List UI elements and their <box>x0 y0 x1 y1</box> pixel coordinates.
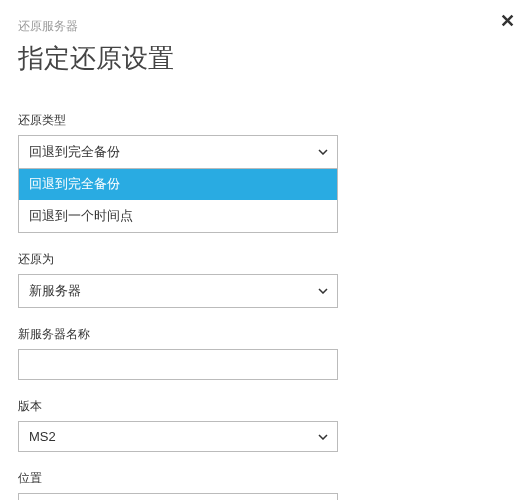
page-title: 指定还原设置 <box>18 41 511 76</box>
version-label: 版本 <box>18 398 511 415</box>
chevron-down-icon <box>318 288 328 294</box>
restore-type-value: 回退到完全备份 <box>29 143 120 161</box>
server-name-group: 新服务器名称 <box>18 326 511 380</box>
restore-type-option-full-backup[interactable]: 回退到完全备份 <box>19 168 337 200</box>
version-value: MS2 <box>29 429 56 444</box>
server-name-label: 新服务器名称 <box>18 326 511 343</box>
version-group: 版本 MS2 <box>18 398 511 452</box>
location-select[interactable]: 华北(北京) <box>18 493 338 500</box>
option-label: 回退到一个时间点 <box>29 208 133 223</box>
location-label: 位置 <box>18 470 511 487</box>
restore-type-option-point-in-time[interactable]: 回退到一个时间点 <box>19 200 337 232</box>
close-button[interactable]: ✕ <box>500 10 515 32</box>
restore-as-value: 新服务器 <box>29 282 81 300</box>
breadcrumb: 还原服务器 <box>18 18 511 35</box>
version-select[interactable]: MS2 <box>18 421 338 452</box>
option-label: 回退到完全备份 <box>29 176 120 191</box>
server-name-input[interactable] <box>18 349 338 380</box>
restore-type-label: 还原类型 <box>18 112 511 129</box>
restore-as-select[interactable]: 新服务器 <box>18 274 338 308</box>
restore-type-dropdown: 回退到完全备份 回退到一个时间点 <box>18 168 338 233</box>
close-icon: ✕ <box>500 11 515 31</box>
chevron-down-icon <box>318 149 328 155</box>
restore-type-select[interactable]: 回退到完全备份 <box>18 135 338 169</box>
restore-as-label: 还原为 <box>18 251 511 268</box>
restore-type-group: 还原类型 回退到完全备份 回退到完全备份 回退到一个时间点 <box>18 112 511 233</box>
restore-as-group: 还原为 新服务器 <box>18 251 511 308</box>
chevron-down-icon <box>318 434 328 440</box>
location-group: 位置 华北(北京) <box>18 470 511 500</box>
